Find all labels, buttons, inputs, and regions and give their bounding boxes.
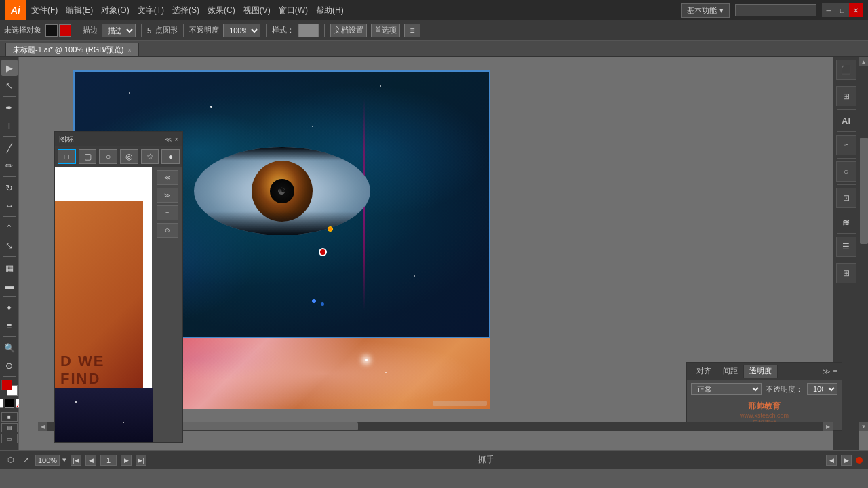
mirror-tool[interactable]: ↔ — [1, 197, 18, 214]
rotate-tool[interactable]: ↻ — [1, 180, 18, 196]
active-tab[interactable]: 未标题-1.ai* @ 100% (RGB/预览) × — [5, 43, 139, 56]
tab-close-button[interactable]: × — [127, 47, 131, 54]
screen-mode-btn[interactable]: ▭ — [1, 434, 18, 443]
page-next-button[interactable]: ▶ — [121, 455, 132, 466]
red-control-dot[interactable] — [319, 248, 327, 256]
color-fg-bg[interactable] — [1, 380, 18, 396]
tp-tab-spacing[interactable]: 间距 — [717, 365, 744, 378]
stroke-type-select[interactable]: 描边 — [102, 24, 136, 37]
menu-select[interactable]: 选择(S) — [172, 5, 199, 16]
shape-dot-btn[interactable]: ● — [161, 149, 180, 164]
panel-title: 图标 — [59, 134, 74, 144]
rpanel-sep-6 — [837, 211, 856, 211]
pen-tool[interactable]: ✒ — [1, 100, 18, 116]
no-selection-label: 未选择对象 — [4, 25, 41, 35]
rpanel-ai-btn[interactable]: Ai — [836, 113, 856, 129]
status-icon-1[interactable]: ⬡ — [5, 455, 16, 466]
scroll-left-button[interactable]: ◀ — [38, 422, 47, 431]
close-button[interactable]: ✕ — [849, 3, 863, 17]
rpanel-layers-btn[interactable]: ☰ — [836, 237, 856, 257]
zoom-arrow[interactable]: ▾ — [62, 455, 66, 464]
bar-chart-tool[interactable]: ▬ — [1, 277, 18, 293]
panel-right-btn-2[interactable]: ≫ — [157, 188, 178, 203]
minimize-button[interactable]: ─ — [822, 3, 835, 17]
column-graph-tool[interactable]: ≡ — [1, 317, 18, 333]
graph-tool[interactable]: ▦ — [1, 260, 18, 276]
workspace-button[interactable]: 基本功能 ▾ — [681, 3, 730, 18]
menu-file[interactable]: 文件(F) — [31, 5, 58, 16]
white-swatch[interactable] — [0, 399, 3, 408]
zoom-tool[interactable]: 🔍 — [1, 340, 18, 356]
style-preview[interactable] — [298, 24, 319, 37]
doc-settings-button[interactable]: 文档设置 — [330, 24, 367, 37]
scroll-track[interactable] — [859, 66, 869, 422]
first-item-button[interactable]: 首选项 — [371, 24, 400, 37]
restore-button[interactable]: □ — [835, 3, 849, 17]
menu-view[interactable]: 视图(V) — [243, 5, 271, 16]
menu-text[interactable]: 文字(T) — [138, 5, 164, 16]
shape-ellipse-btn[interactable]: ○ — [99, 149, 117, 164]
select-tool[interactable]: ▶ — [1, 60, 18, 76]
menu-help[interactable]: 帮助(H) — [316, 5, 344, 16]
search-input[interactable] — [735, 4, 816, 16]
line-tool[interactable]: ╱ — [1, 140, 18, 156]
rpanel-transform-btn[interactable]: ⊞ — [836, 86, 856, 106]
shape-round-rect-btn[interactable]: ▢ — [79, 149, 97, 164]
black-swatch[interactable] — [5, 399, 14, 408]
shape-circle-btn[interactable]: ◎ — [120, 149, 138, 164]
warp-tool[interactable]: ⌃ — [1, 220, 18, 236]
tp-tab-transparency[interactable]: 透明度 — [744, 365, 778, 378]
shape-star-btn[interactable]: ☆ — [141, 149, 159, 164]
color-mode-btn[interactable]: ■ — [1, 412, 18, 422]
opacity-select[interactable]: 100% — [807, 383, 837, 395]
status-left-arrow[interactable]: ◀ — [826, 455, 837, 466]
direct-select-tool[interactable]: ↖ — [1, 77, 18, 94]
status-icon-2[interactable]: ↗ — [20, 455, 31, 466]
page-first-button[interactable]: |◀ — [71, 455, 81, 466]
scale-tool[interactable]: ⤡ — [1, 237, 18, 253]
symbol-tool[interactable]: ✦ — [1, 300, 18, 316]
scroll-down-button[interactable]: ▼ — [859, 422, 869, 431]
panel-close-button[interactable]: × — [174, 136, 178, 143]
rpanel-brushes-btn[interactable]: ⊡ — [836, 188, 856, 208]
blend-mode-select[interactable]: 正常 — [691, 383, 762, 395]
rpanel-swatches-btn[interactable]: ○ — [836, 161, 856, 182]
opacity-select[interactable]: 100% — [223, 24, 260, 37]
page-prev-button[interactable]: ◀ — [85, 455, 96, 466]
rpanel-arrange-btn[interactable]: ⬛ — [836, 60, 856, 80]
rpanel-sep-1 — [837, 83, 856, 83]
menu-object[interactable]: 对象(O) — [101, 5, 129, 16]
page-number-input[interactable] — [100, 455, 117, 466]
fill-swatch[interactable] — [45, 24, 58, 37]
zoom-input[interactable] — [35, 455, 60, 466]
rpanel-grid-btn[interactable]: ⊞ — [836, 263, 856, 283]
scroll-right-button[interactable]: ▶ — [823, 422, 833, 431]
separator-4 — [266, 24, 267, 37]
fg-color[interactable] — [1, 380, 12, 390]
gradient-btn[interactable]: ▤ — [1, 423, 18, 432]
panel-right-btn-1[interactable]: ≪ — [157, 170, 178, 185]
orange-control-dot[interactable] — [328, 226, 333, 232]
tool-sep-8 — [3, 376, 16, 377]
menu-effect[interactable]: 效果(C) — [208, 5, 235, 16]
menu-window[interactable]: 窗口(W) — [279, 5, 308, 16]
tp-menu-btn[interactable]: ≡ — [833, 367, 837, 375]
eyedropper-tool[interactable]: ⊙ — [1, 357, 18, 373]
status-right-arrow[interactable]: ▶ — [841, 455, 852, 466]
options-icon[interactable]: ≡ — [404, 24, 420, 37]
stroke-swatch[interactable] — [59, 24, 71, 37]
tp-tab-align[interactable]: 对齐 — [691, 365, 717, 378]
rpanel-symbols-btn[interactable]: ≋ — [836, 214, 856, 230]
shape-rect-btn[interactable]: □ — [58, 149, 76, 164]
type-tool[interactable]: T — [1, 117, 18, 134]
panel-right-btn-3[interactable]: + — [157, 205, 178, 220]
menu-edit[interactable]: 编辑(E) — [66, 5, 93, 16]
scroll-thumb[interactable] — [860, 138, 868, 244]
rpanel-gradient-btn[interactable]: ≈ — [836, 135, 856, 155]
tp-expand-btn[interactable]: ≫ — [823, 367, 831, 376]
panel-collapse-button[interactable]: ≪ — [165, 136, 172, 143]
scroll-up-button[interactable]: ▲ — [859, 57, 869, 66]
page-last-button[interactable]: ▶| — [136, 455, 146, 466]
paintbrush-tool[interactable]: ✏ — [1, 157, 18, 174]
panel-right-btn-4[interactable]: ⊙ — [157, 223, 178, 238]
